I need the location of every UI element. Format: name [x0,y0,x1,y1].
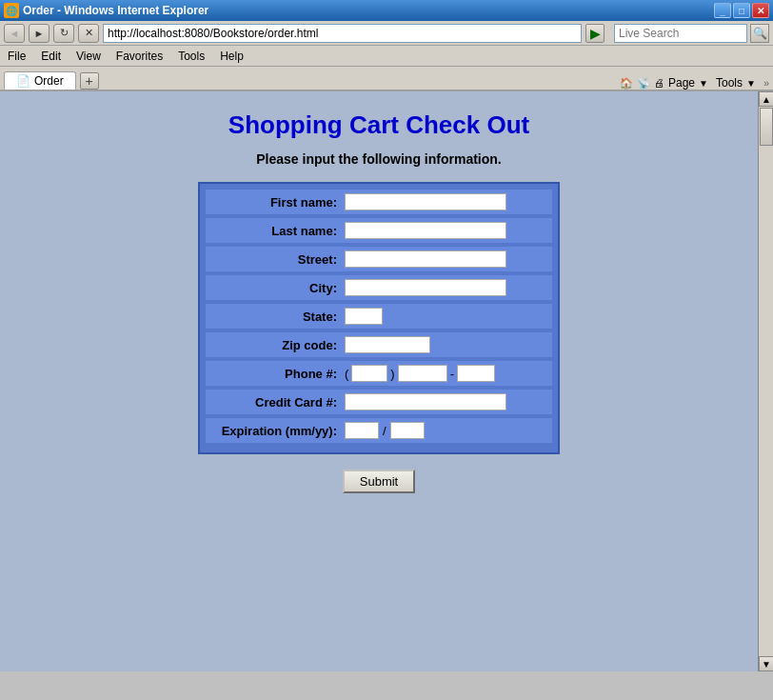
stop-button[interactable]: ✕ [78,24,99,43]
search-input[interactable] [614,24,747,43]
state-input[interactable] [345,308,383,325]
phone-row: Phone #: ( ) - [206,361,552,386]
toolbar-more-icon[interactable]: » [763,77,769,89]
toolbar-feed-icon[interactable]: 📡 [637,77,650,90]
search-button[interactable]: 🔍 [750,24,769,43]
city-input[interactable] [345,279,506,296]
window-title: Order - Windows Internet Explorer [23,4,208,17]
tab-icon: 📄 [16,74,30,88]
browser-content: Shopping Cart Check Out Please input the… [0,91,773,671]
first-name-row: First name: [206,190,552,214]
phone-close-paren: ) [390,367,394,381]
expiration-row: Expiration (mm/yy): / [206,418,552,443]
menu-help[interactable]: Help [216,49,248,64]
toolbar-page-dropdown-icon[interactable]: ▼ [699,78,708,89]
state-label: State: [211,310,345,324]
menu-favorites[interactable]: Favorites [112,49,167,64]
expiry-group: / [345,422,425,439]
city-row: City: [206,275,552,300]
title-bar: 🌐 Order - Windows Internet Explorer _ □ … [0,0,773,21]
phone-group: ( ) - [345,365,495,382]
address-bar: ◄ ► ↻ ✕ http://localhost:8080/Bookstore/… [0,21,773,46]
checkout-form: First name: Last name: Street: City: [198,182,560,454]
expiry-slash: / [383,424,386,438]
content-area: Shopping Cart Check Out Please input the… [0,91,758,671]
submit-button[interactable]: Submit [343,470,415,493]
new-tab-button[interactable]: + [80,72,99,90]
toolbar-tools-label[interactable]: Tools [716,76,743,90]
refresh-button[interactable]: ↻ [53,24,74,43]
last-name-label: Last name: [211,224,345,238]
state-row: State: [206,304,552,329]
credit-card-label: Credit Card #: [211,395,345,410]
submit-area: Submit [19,470,739,493]
street-input[interactable] [345,250,506,268]
back-button[interactable]: ◄ [4,24,25,43]
page-subtitle: Please input the following information. [19,151,739,167]
zip-label: Zip code: [211,338,345,352]
phone-dash: - [450,367,454,381]
scroll-up-button[interactable]: ▲ [759,91,773,107]
tab-order[interactable]: 📄 Order [4,71,76,90]
credit-card-input[interactable] [345,393,506,410]
menu-bar: File Edit View Favorites Tools Help [0,46,773,67]
toolbar-tools-dropdown-icon[interactable]: ▼ [746,78,756,89]
phone-exchange-input[interactable] [398,365,447,382]
phone-open-paren: ( [345,367,348,381]
first-name-label: First name: [211,195,345,210]
url-bar[interactable]: http://localhost:8080/Bookstore/order.ht… [103,24,582,43]
scroll-down-button[interactable]: ▼ [759,656,773,671]
toolbar-page-label[interactable]: Page [668,76,695,90]
street-label: Street: [211,252,345,267]
page-content: Shopping Cart Check Out Please input the… [0,91,758,512]
page-title: Shopping Cart Check Out [19,110,739,140]
scroll-thumb[interactable] [760,108,773,146]
scrollbar[interactable]: ▲ ▼ [758,91,773,671]
phone-number-input[interactable] [457,365,495,382]
expiry-month-input[interactable] [345,422,379,439]
street-row: Street: [206,247,552,271]
expiry-year-input[interactable] [390,422,425,439]
window-controls[interactable]: _ □ ✕ [714,3,769,18]
zip-row: Zip code: [206,332,552,357]
go-button[interactable]: ▶ [585,24,605,43]
tab-bar: 📄 Order + 🏠 📡 🖨 Page ▼ Tools ▼ » [0,67,773,91]
browser-icon: 🌐 [4,3,19,18]
last-name-row: Last name: [206,218,552,243]
zip-input[interactable] [345,336,430,353]
forward-button[interactable]: ► [29,24,50,43]
first-name-input[interactable] [345,193,506,210]
maximize-button[interactable]: □ [733,3,750,18]
menu-edit[interactable]: Edit [37,49,65,64]
menu-tools[interactable]: Tools [174,49,208,64]
toolbar-print-icon[interactable]: 🖨 [654,77,664,89]
toolbar-home-icon[interactable]: 🏠 [620,77,633,90]
minimize-button[interactable]: _ [714,3,731,18]
last-name-input[interactable] [345,222,506,239]
city-label: City: [211,281,345,295]
close-button[interactable]: ✕ [752,3,769,18]
credit-card-row: Credit Card #: [206,390,552,414]
url-text: http://localhost:8080/Bookstore/order.ht… [108,27,318,40]
phone-area-input[interactable] [351,365,387,382]
scroll-track[interactable] [759,107,773,656]
tab-label: Order [34,74,64,88]
menu-file[interactable]: File [4,49,30,64]
phone-label: Phone #: [211,367,345,381]
expiration-label: Expiration (mm/yy): [211,424,345,438]
menu-view[interactable]: View [72,49,105,64]
